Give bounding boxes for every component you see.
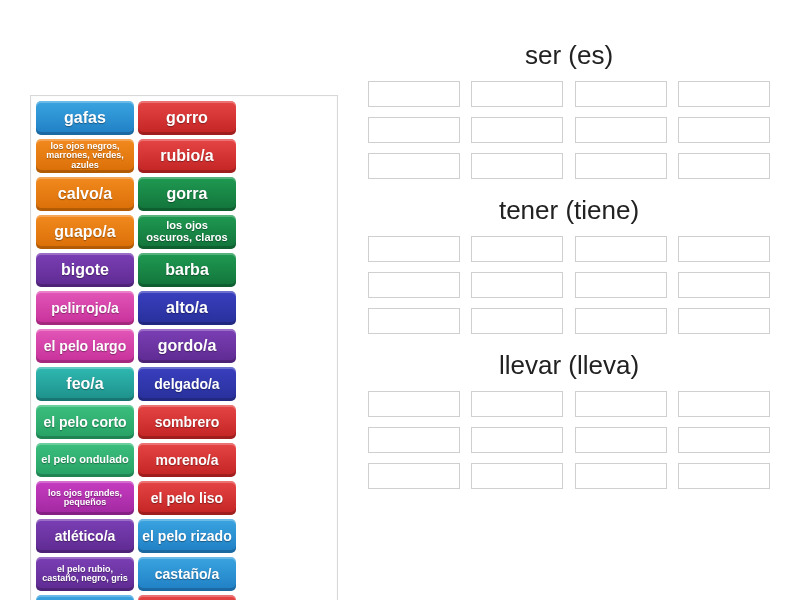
- draggable-tile[interactable]: calvo/a: [36, 177, 134, 211]
- drop-slot[interactable]: [471, 308, 563, 334]
- slot-row: [368, 117, 770, 143]
- draggable-tile[interactable]: bigote: [36, 253, 134, 287]
- draggable-tile[interactable]: gafas: [36, 101, 134, 135]
- draggable-tile[interactable]: feo/a: [36, 367, 134, 401]
- draggable-tile[interactable]: sombrero: [138, 405, 236, 439]
- draggable-tile[interactable]: el pelo largo: [36, 329, 134, 363]
- draggable-tile[interactable]: barba: [138, 253, 236, 287]
- slot-row: [368, 463, 770, 489]
- draggable-tile[interactable]: guapo/a: [36, 215, 134, 249]
- drop-slot[interactable]: [471, 153, 563, 179]
- slot-row: [368, 272, 770, 298]
- group-title: llevar (lleva): [368, 350, 770, 381]
- draggable-tile[interactable]: el pelo rubio, castaño, negro, gris: [36, 557, 134, 591]
- drop-slot[interactable]: [575, 236, 667, 262]
- drop-slot[interactable]: [678, 153, 770, 179]
- group-title: tener (tiene): [368, 195, 770, 226]
- drop-slot[interactable]: [368, 117, 460, 143]
- drop-slot[interactable]: [678, 427, 770, 453]
- drop-slot[interactable]: [575, 391, 667, 417]
- draggable-tile[interactable]: castaño/a: [138, 557, 236, 591]
- drop-slot[interactable]: [368, 427, 460, 453]
- drop-slot[interactable]: [368, 272, 460, 298]
- slot-row: [368, 308, 770, 334]
- drop-slot[interactable]: [368, 81, 460, 107]
- draggable-tile[interactable]: el pelo liso: [138, 481, 236, 515]
- draggable-tile[interactable]: el pelo rizado: [138, 519, 236, 553]
- drop-slot[interactable]: [471, 391, 563, 417]
- drop-slot[interactable]: [471, 427, 563, 453]
- draggable-tile[interactable]: pelirrojo/a: [36, 291, 134, 325]
- drop-slot[interactable]: [575, 427, 667, 453]
- slot-row: [368, 427, 770, 453]
- draggable-tile[interactable]: atlético/a: [36, 519, 134, 553]
- slot-row: [368, 236, 770, 262]
- draggable-tile[interactable]: el pelo corto: [36, 405, 134, 439]
- slot-row: [368, 81, 770, 107]
- drop-slot[interactable]: [575, 308, 667, 334]
- draggable-tile[interactable]: bajo/a: [138, 595, 236, 600]
- drop-slot[interactable]: [678, 236, 770, 262]
- draggable-tile[interactable]: los ojos grandes, pequeños: [36, 481, 134, 515]
- drop-slot[interactable]: [678, 308, 770, 334]
- draggable-tile[interactable]: delgado/a: [138, 367, 236, 401]
- draggable-tile[interactable]: gordo/a: [138, 329, 236, 363]
- drop-slot[interactable]: [471, 117, 563, 143]
- drop-slot[interactable]: [368, 153, 460, 179]
- drop-groups-panel: ser (es)tener (tiene)llevar (lleva): [338, 0, 800, 600]
- drop-slot[interactable]: [471, 81, 563, 107]
- draggable-tile[interactable]: el pelo ondulado: [36, 443, 134, 477]
- drop-group: ser (es): [368, 40, 770, 179]
- drop-slot[interactable]: [678, 117, 770, 143]
- draggable-tile[interactable]: rubio/a: [138, 139, 236, 173]
- draggable-tile[interactable]: los ojos oscuros, claros: [138, 215, 236, 249]
- drop-group: tener (tiene): [368, 195, 770, 334]
- drop-slot[interactable]: [368, 308, 460, 334]
- sorting-activity: gafasgorrolos ojos negros, marrones, ver…: [0, 0, 800, 600]
- tiles-source-panel: gafasgorrolos ojos negros, marrones, ver…: [30, 95, 338, 600]
- draggable-tile[interactable]: gorra: [138, 177, 236, 211]
- drop-slot[interactable]: [575, 272, 667, 298]
- drop-group: llevar (lleva): [368, 350, 770, 489]
- drop-slot[interactable]: [471, 272, 563, 298]
- drop-slot[interactable]: [368, 236, 460, 262]
- draggable-tile[interactable]: gorro: [138, 101, 236, 135]
- draggable-tile[interactable]: alto/a: [138, 291, 236, 325]
- draggable-tile[interactable]: los ojos negros, marrones, verdes, azule…: [36, 139, 134, 173]
- draggable-tile[interactable]: moreno/a: [138, 443, 236, 477]
- drop-slot[interactable]: [575, 153, 667, 179]
- drop-slot[interactable]: [368, 391, 460, 417]
- drop-slot[interactable]: [678, 463, 770, 489]
- drop-slot[interactable]: [575, 117, 667, 143]
- drop-slot[interactable]: [575, 463, 667, 489]
- draggable-tile[interactable]: perilla: [36, 595, 134, 600]
- drop-slot[interactable]: [471, 236, 563, 262]
- drop-slot[interactable]: [678, 391, 770, 417]
- group-title: ser (es): [368, 40, 770, 71]
- slot-row: [368, 391, 770, 417]
- drop-slot[interactable]: [575, 81, 667, 107]
- drop-slot[interactable]: [678, 81, 770, 107]
- drop-slot[interactable]: [471, 463, 563, 489]
- drop-slot[interactable]: [368, 463, 460, 489]
- drop-slot[interactable]: [678, 272, 770, 298]
- slot-row: [368, 153, 770, 179]
